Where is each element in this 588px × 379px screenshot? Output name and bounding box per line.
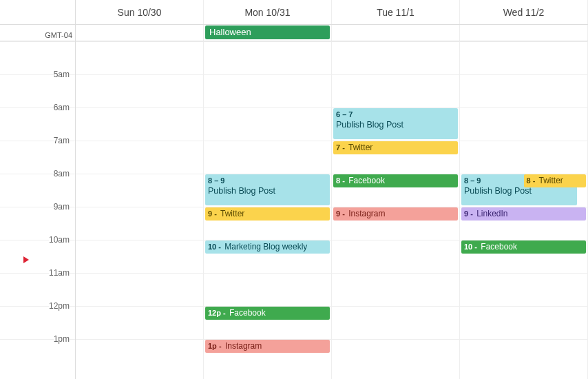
- event-time-label: 12p -: [208, 309, 226, 317]
- event-time-label: 1p -: [208, 342, 222, 350]
- allday-row: GMT-04 Halloween: [0, 25, 588, 41]
- time-gutter: 5am6am7am8am9am10am11am12pm1pm: [0, 41, 76, 379]
- event-time-label: 10 -: [208, 243, 221, 251]
- day-header-mon[interactable]: Mon 10/31: [204, 0, 332, 24]
- day-header-row: Sun 10/30 Mon 10/31 Tue 11/1 Wed 11/2: [0, 0, 588, 25]
- timezone-label: GMT-04: [0, 25, 76, 41]
- hour-label: 6am: [54, 103, 70, 112]
- day-column-sun[interactable]: [76, 41, 204, 379]
- hour-label: 11am: [49, 268, 70, 278]
- event-title: Twitter: [346, 143, 372, 152]
- allday-cell-wed[interactable]: [460, 25, 588, 41]
- allday-cell-sun[interactable]: [76, 25, 204, 41]
- event-title: Publish Blog Post: [336, 120, 455, 130]
- event-time-label: 9 -: [336, 209, 345, 218]
- calendar-event[interactable]: 12p - Facebook: [205, 307, 330, 320]
- header-gutter: [0, 0, 76, 24]
- allday-cell-mon[interactable]: Halloween: [204, 25, 332, 41]
- event-time-label: 8 – 9: [208, 176, 224, 185]
- day-header-wed[interactable]: Wed 11/2: [460, 0, 588, 24]
- hour-label: 1pm: [54, 334, 70, 344]
- day-column-tue[interactable]: 6 – 7Publish Blog Post7 - Twitter8 - Fac…: [332, 41, 460, 379]
- allday-event-halloween[interactable]: Halloween: [205, 25, 330, 39]
- hour-label: 8am: [54, 169, 70, 178]
- calendar-event[interactable]: 6 – 7Publish Blog Post: [333, 108, 458, 139]
- hour-label: 5am: [54, 70, 70, 79]
- calendar-event[interactable]: 9 - Instagram: [333, 207, 458, 221]
- event-time-label: 9 -: [208, 209, 217, 218]
- calendar-body: 5am6am7am8am9am10am11am12pm1pm 8 – 9Publ…: [0, 41, 588, 379]
- calendar-event[interactable]: 8 - Facebook: [333, 174, 458, 187]
- event-title: Instagram: [223, 341, 262, 351]
- event-title: Marketing Blog weekly: [222, 242, 307, 252]
- event-time-label: 7 -: [336, 143, 345, 152]
- allday-cell-tue[interactable]: [332, 25, 460, 41]
- hour-label: 10am: [49, 235, 70, 245]
- calendar-week-view: Sun 10/30 Mon 10/31 Tue 11/1 Wed 11/2 GM…: [0, 0, 588, 379]
- day-column-mon[interactable]: 8 – 9Publish Blog Post9 - Twitter10 - Ma…: [204, 41, 332, 379]
- calendar-event[interactable]: 8 – 9Publish Blog Post: [205, 174, 330, 205]
- hour-label: 7am: [54, 136, 70, 145]
- event-time-label: 8 – 9: [464, 176, 481, 185]
- calendar-event[interactable]: 7 - Twitter: [333, 141, 458, 154]
- now-indicator-icon: [23, 256, 29, 263]
- event-time-label: 8 -: [336, 176, 345, 185]
- calendar-event[interactable]: 10 - Marketing Blog weekly: [205, 240, 330, 254]
- event-title: Instagram: [346, 209, 386, 218]
- day-header-tue[interactable]: Tue 11/1: [332, 0, 460, 24]
- event-title: Twitter: [218, 209, 244, 218]
- event-title: Facebook: [479, 242, 517, 252]
- event-title: LinkedIn: [474, 209, 508, 218]
- calendar-event[interactable]: 8 - Twitter: [524, 174, 587, 187]
- hour-label: 9am: [54, 202, 70, 212]
- event-title: Twitter: [536, 176, 563, 185]
- event-title: Facebook: [346, 176, 385, 185]
- event-time-label: 8 -: [527, 176, 536, 185]
- calendar-event[interactable]: 10 - Facebook: [461, 240, 586, 254]
- calendar-event[interactable]: 1p - Instagram: [205, 340, 330, 353]
- event-title: Facebook: [227, 308, 266, 318]
- event-time-label: 9 -: [464, 209, 473, 218]
- calendar-event[interactable]: 9 - Twitter: [205, 207, 330, 221]
- event-time-label: 10 -: [464, 243, 477, 251]
- day-columns: 8 – 9Publish Blog Post9 - Twitter10 - Ma…: [76, 41, 588, 379]
- event-title: Publish Blog Post: [208, 186, 327, 196]
- hour-label: 12pm: [49, 301, 70, 311]
- day-column-wed[interactable]: 8 – 9Publish Blog Post8 - Twitter9 - Lin…: [460, 41, 588, 379]
- event-title: Publish Blog Post: [464, 186, 574, 196]
- event-time-label: 6 – 7: [336, 110, 353, 119]
- calendar-event[interactable]: 9 - LinkedIn: [461, 207, 586, 221]
- day-header-sun[interactable]: Sun 10/30: [76, 0, 204, 24]
